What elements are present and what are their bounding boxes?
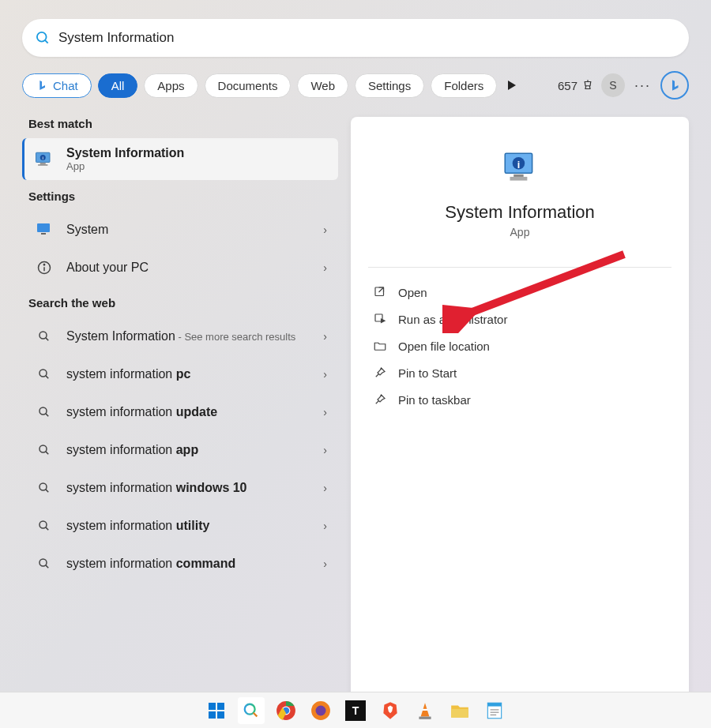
action-open-location[interactable]: Open file location bbox=[351, 332, 689, 359]
chevron-right-icon: › bbox=[323, 261, 327, 274]
pin-icon bbox=[373, 366, 387, 380]
filter-documents[interactable]: Documents bbox=[205, 73, 292, 98]
action-run-admin[interactable]: Run as administrator bbox=[351, 306, 689, 332]
web-result-suffix: utility bbox=[176, 519, 210, 532]
filter-settings[interactable]: Settings bbox=[355, 73, 424, 98]
filter-row: Chat All Apps Documents Web Settings Fol… bbox=[22, 71, 689, 99]
svg-rect-34 bbox=[209, 703, 216, 710]
web-result-prefix: system information bbox=[66, 443, 176, 456]
action-pin-start[interactable]: Pin to Start bbox=[351, 359, 689, 386]
svg-line-21 bbox=[46, 490, 48, 492]
chevron-right-icon: › bbox=[323, 406, 327, 418]
search-icon bbox=[35, 30, 51, 46]
settings-item-system[interactable]: System › bbox=[22, 211, 338, 249]
svg-point-44 bbox=[316, 705, 326, 715]
taskbar-explorer-icon[interactable] bbox=[446, 697, 473, 724]
more-options-icon[interactable]: ··· bbox=[631, 77, 654, 94]
svg-rect-5 bbox=[40, 163, 46, 164]
taskbar-notepad-icon[interactable] bbox=[481, 697, 508, 724]
taskbar-vlc-icon[interactable] bbox=[412, 697, 438, 724]
chevron-right-icon: › bbox=[323, 368, 327, 381]
web-result[interactable]: system information command › bbox=[22, 545, 338, 583]
filter-settings-label: Settings bbox=[368, 79, 411, 92]
svg-line-39 bbox=[254, 712, 258, 716]
svg-rect-36 bbox=[209, 711, 216, 719]
taskbar-firefox-icon[interactable] bbox=[307, 697, 334, 724]
settings-item-about-pc[interactable]: About your PC › bbox=[22, 249, 338, 287]
svg-line-23 bbox=[46, 527, 48, 530]
web-result-suffix: pc bbox=[176, 367, 191, 381]
taskbar-chrome-icon[interactable] bbox=[273, 697, 299, 724]
start-search-panel: Chat All Apps Documents Web Settings Fol… bbox=[0, 0, 711, 692]
action-open[interactable]: Open bbox=[351, 279, 689, 306]
filter-web-label: Web bbox=[310, 79, 335, 92]
svg-line-1 bbox=[45, 40, 48, 43]
filter-folders[interactable]: Folders bbox=[431, 73, 497, 98]
rewards-points[interactable]: 657 bbox=[558, 78, 595, 92]
search-icon bbox=[33, 401, 55, 423]
divider bbox=[368, 267, 672, 268]
action-pin-taskbar[interactable]: Pin to taskbar bbox=[351, 386, 689, 413]
web-result[interactable]: system information windows 10 › bbox=[22, 469, 338, 507]
settings-header: Settings bbox=[28, 190, 338, 203]
user-avatar[interactable]: S bbox=[601, 73, 625, 97]
rewards-icon bbox=[581, 78, 595, 92]
svg-point-20 bbox=[40, 483, 47, 490]
filter-apps[interactable]: Apps bbox=[144, 73, 198, 98]
filter-more-icon[interactable] bbox=[508, 81, 516, 90]
svg-rect-49 bbox=[451, 708, 468, 717]
svg-rect-37 bbox=[217, 711, 224, 719]
detail-title: System Information bbox=[351, 202, 689, 223]
filter-all[interactable]: All bbox=[98, 73, 138, 98]
web-result[interactable]: System Information - See more search res… bbox=[22, 317, 338, 355]
svg-point-16 bbox=[40, 407, 47, 415]
filter-chat-label: Chat bbox=[53, 79, 78, 92]
web-result-suffix: command bbox=[176, 557, 236, 570]
svg-line-19 bbox=[46, 452, 48, 454]
taskbar-start-button[interactable] bbox=[203, 697, 230, 724]
filter-folders-label: Folders bbox=[444, 79, 483, 92]
results-column: Best match i System Information App Sett… bbox=[22, 117, 338, 701]
folder-icon bbox=[373, 339, 387, 353]
svg-line-13 bbox=[46, 338, 48, 340]
svg-point-22 bbox=[40, 521, 47, 528]
svg-text:i: i bbox=[517, 159, 520, 171]
action-label: Open bbox=[398, 286, 427, 299]
taskbar-search-button[interactable] bbox=[238, 697, 265, 724]
filter-web[interactable]: Web bbox=[297, 73, 348, 98]
bing-button[interactable] bbox=[660, 71, 689, 99]
svg-point-12 bbox=[40, 332, 47, 339]
avatar-initial: S bbox=[609, 79, 616, 92]
svg-rect-7 bbox=[37, 223, 50, 232]
svg-rect-6 bbox=[38, 164, 47, 166]
search-icon bbox=[33, 363, 55, 385]
web-result[interactable]: system information app › bbox=[22, 431, 338, 469]
svg-rect-8 bbox=[41, 233, 46, 235]
svg-rect-51 bbox=[487, 703, 501, 706]
web-result-suffix: - See more search results bbox=[175, 331, 295, 343]
web-result[interactable]: system information update › bbox=[22, 393, 338, 431]
svg-rect-35 bbox=[217, 703, 224, 710]
chevron-right-icon: › bbox=[323, 444, 327, 456]
best-match-header: Best match bbox=[28, 117, 338, 130]
best-match-title: System Information bbox=[66, 146, 327, 160]
open-icon bbox=[373, 285, 387, 299]
web-result-suffix: update bbox=[176, 405, 217, 418]
taskbar: T bbox=[0, 692, 711, 728]
action-label: Open file location bbox=[398, 340, 490, 353]
detail-panel: i System Information App Open Run as adm… bbox=[351, 117, 689, 701]
best-match-item[interactable]: i System Information App bbox=[22, 138, 338, 180]
taskbar-app-icon[interactable]: T bbox=[342, 697, 369, 724]
filter-chat[interactable]: Chat bbox=[22, 73, 92, 98]
search-box[interactable] bbox=[22, 19, 689, 57]
action-label: Run as administrator bbox=[398, 313, 507, 326]
action-label: Pin to Start bbox=[398, 366, 457, 380]
web-result[interactable]: system information utility › bbox=[22, 507, 338, 545]
web-result-suffix: app bbox=[176, 443, 198, 456]
web-result[interactable]: system information pc › bbox=[22, 355, 338, 393]
bing-icon bbox=[668, 78, 682, 92]
search-input[interactable] bbox=[58, 30, 676, 46]
taskbar-brave-icon[interactable] bbox=[377, 697, 404, 724]
web-result-suffix: windows 10 bbox=[176, 481, 247, 494]
svg-rect-47 bbox=[423, 708, 428, 710]
